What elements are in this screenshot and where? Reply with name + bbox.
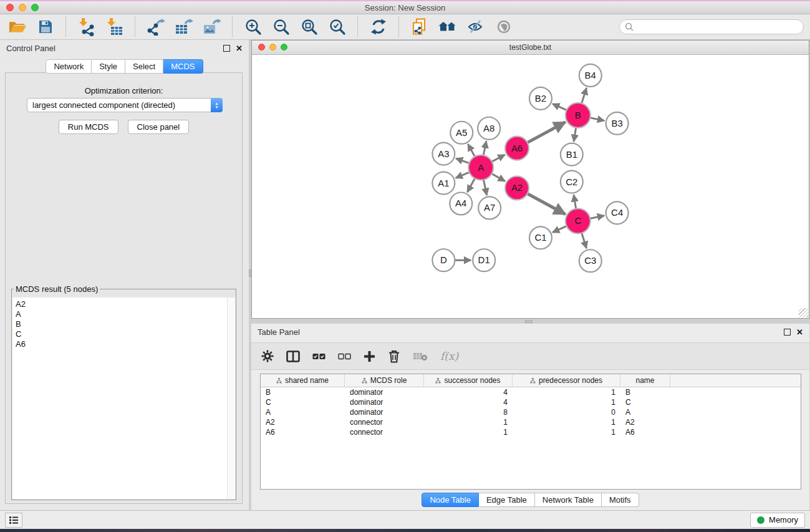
export-image-button[interactable]	[201, 16, 223, 37]
table-cell: 4	[424, 388, 513, 397]
column-header-predecessor-nodes[interactable]: predecessor nodes	[513, 374, 620, 387]
graph-edge-B-B1[interactable]	[574, 127, 576, 142]
close-panel-button[interactable]: Close panel	[128, 120, 190, 134]
graph-edge-A-A3[interactable]	[456, 158, 470, 164]
tab-style[interactable]: Style	[92, 59, 125, 74]
mcds-result-box: MCDS result (5 nodes) A2ABCA6	[11, 284, 236, 500]
graph-edge-C-C3[interactable]	[581, 232, 586, 249]
zoom-in-button[interactable]	[242, 16, 264, 37]
graph-edge-A-A7[interactable]	[483, 178, 487, 195]
tab-select[interactable]: Select	[125, 59, 163, 74]
graph-node-label: B	[575, 110, 581, 120]
mcds-tab-content: Optimization criterion: largest connecte…	[5, 72, 243, 504]
task-history-button[interactable]	[5, 513, 22, 528]
tab-mcds[interactable]: MCDS	[163, 59, 203, 74]
minimize-network-button[interactable]	[269, 44, 276, 51]
table-cell: C	[620, 398, 670, 407]
mcds-result-item[interactable]: A	[16, 309, 235, 319]
network-canvas[interactable]: B4B2BB3A8A5A6A3B1AA1C2A2A4A7C4CC1C3DD1	[252, 55, 809, 318]
column-header-shared-name[interactable]: shared name	[261, 374, 345, 387]
export-network-button[interactable]	[145, 16, 167, 37]
float-panel-icon[interactable]	[223, 45, 230, 52]
zoom-out-button[interactable]	[270, 16, 292, 37]
column-header-mcds-role[interactable]: MCDS role	[345, 374, 424, 387]
delete-column-button[interactable]	[388, 350, 400, 363]
zoom-selected-button[interactable]	[326, 16, 349, 37]
mcds-result-item[interactable]: B	[16, 319, 235, 329]
graph-edge-B-B3[interactable]	[589, 117, 604, 120]
main-toolbar	[0, 14, 810, 40]
run-mcds-button[interactable]: Run MCDS	[59, 120, 118, 134]
desktop-pane: testGlobe.txt B4B2BB3A8A5A6A3B1AA1C2A2A4…	[249, 40, 810, 510]
graph-edge-A-A8[interactable]	[483, 141, 486, 157]
table-settings-button[interactable]	[261, 350, 274, 362]
close-panel-icon[interactable]: ✕	[236, 44, 243, 52]
memory-button[interactable]: Memory	[750, 513, 805, 528]
graph-edge-A-A5[interactable]	[468, 144, 475, 158]
graph-edge-C-C4[interactable]	[589, 216, 604, 219]
tab-edge-table[interactable]: Edge Table	[479, 493, 535, 507]
mcds-result-item[interactable]: A6	[16, 339, 235, 349]
show-columns-button[interactable]	[286, 351, 300, 362]
criterion-dropdown[interactable]: largest connected component (directed) ▲…	[27, 98, 223, 112]
import-table-button[interactable]	[104, 16, 126, 37]
table-row[interactable]: Cdominator41C	[261, 397, 801, 407]
mcds-result-item[interactable]: C	[16, 329, 235, 339]
table-cell: connector	[345, 428, 424, 437]
function-builder-button[interactable]: f(x)	[440, 350, 458, 362]
column-header-name[interactable]: name	[620, 374, 670, 387]
search-input[interactable]	[637, 22, 798, 32]
add-column-button[interactable]	[364, 351, 375, 362]
graph-edge-A-A1[interactable]	[456, 172, 471, 178]
horizontal-splitter-grip[interactable]	[525, 320, 533, 323]
graph-edge-C-C2[interactable]	[574, 195, 576, 210]
graph-edge-A-A6[interactable]	[491, 155, 505, 162]
window-resize-grip[interactable]	[799, 308, 808, 317]
zoom-fit-button[interactable]	[298, 16, 321, 37]
tab-network[interactable]: Network	[46, 59, 92, 74]
close-network-button[interactable]	[258, 44, 265, 51]
application-window: Session: New Session	[0, 0, 810, 532]
show-graphics-button[interactable]	[493, 16, 515, 37]
close-table-panel-icon[interactable]: ✕	[796, 328, 803, 336]
graph-edge-A6-B[interactable]	[526, 122, 566, 143]
table-row[interactable]: Bdominator41B	[261, 387, 801, 397]
search-box[interactable]	[619, 19, 804, 34]
zoom-out-icon	[273, 19, 290, 36]
graph-edge-A-A4[interactable]	[467, 177, 475, 192]
tab-node-table[interactable]: Node Table	[422, 493, 479, 507]
refresh-layout-button[interactable]	[367, 16, 390, 37]
delete-table-button[interactable]	[413, 351, 428, 361]
table-row[interactable]: Adominator80A	[261, 407, 801, 417]
new-network-from-selection-button[interactable]	[408, 16, 431, 37]
tab-network-table[interactable]: Network Table	[535, 493, 602, 507]
result-scrollbar[interactable]	[227, 297, 235, 499]
import-table-icon	[106, 17, 123, 36]
graph-edge-B-B4[interactable]	[581, 88, 586, 105]
table-cell: connector	[345, 418, 424, 427]
graph-edge-A2-C[interactable]	[526, 193, 566, 215]
open-session-button[interactable]	[6, 16, 29, 37]
deselect-all-button[interactable]	[338, 353, 351, 360]
graph-edge-B-B2[interactable]	[552, 104, 567, 110]
graph-edge-A-A2[interactable]	[491, 173, 505, 181]
criterion-value: largest connected component (directed)	[27, 100, 211, 110]
home-button[interactable]	[436, 16, 459, 37]
select-all-icon	[312, 353, 325, 360]
table-row[interactable]: A6connector11A6	[261, 427, 801, 437]
float-table-panel-icon[interactable]	[784, 329, 791, 336]
tab-motifs[interactable]: Motifs	[602, 493, 639, 507]
table-cell: 1	[513, 398, 620, 407]
column-header-successor-nodes[interactable]: successor nodes	[424, 374, 513, 387]
save-session-button[interactable]	[34, 16, 57, 37]
network-window-titlebar[interactable]: testGlobe.txt	[252, 41, 809, 55]
select-all-button[interactable]	[312, 353, 325, 360]
graph-edge-C-C1[interactable]	[552, 226, 567, 233]
export-table-button[interactable]	[173, 16, 195, 37]
table-row[interactable]: A2connector11A2	[261, 417, 801, 427]
vertical-splitter-grip[interactable]	[249, 269, 251, 277]
import-network-button[interactable]	[75, 16, 98, 37]
hide-unhide-button[interactable]	[465, 16, 487, 37]
mcds-result-item[interactable]: A2	[16, 299, 235, 309]
zoom-network-button[interactable]	[281, 44, 287, 51]
